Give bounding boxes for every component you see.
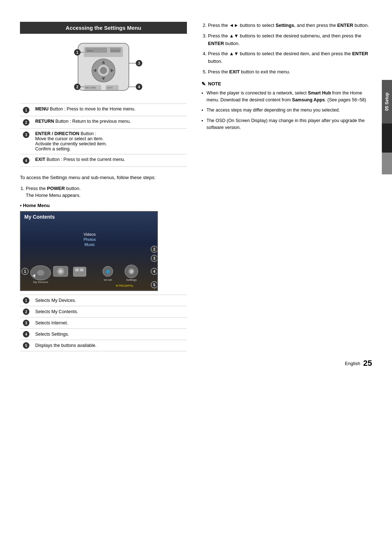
button-table: 1 MENU Button : Press to move to the Hom… <box>20 104 187 167</box>
table-row: 3 ENTER / DIRECTION Button : Move the cu… <box>20 129 187 154</box>
svg-text:Int  net: Int net <box>104 278 112 282</box>
steps-list: Press the POWER button. The Home Menu ap… <box>26 185 187 199</box>
section-title: Accessing the Settings Menu <box>20 22 187 34</box>
svg-text:Settings: Settings <box>126 278 137 282</box>
svg-rect-40 <box>80 268 83 271</box>
right-steps: Press the ◄► buttons to select Settings,… <box>201 22 372 76</box>
note-section: ✎ NOTE When the player is connected to a… <box>201 81 372 131</box>
svg-text:5: 5 <box>153 283 155 287</box>
btn-desc-2: RETURN Button : Return to the previous m… <box>32 116 187 129</box>
note-bullet-3: The OSD (On Screen Display) may change i… <box>201 117 372 131</box>
svg-text:Music: Music <box>85 242 95 247</box>
svg-text:3: 3 <box>153 256 155 260</box>
svg-text:4: 4 <box>153 270 155 274</box>
btn-num-1: 1 <box>23 107 29 113</box>
section-title-text: Accessing the Settings Menu <box>66 25 141 31</box>
svg-point-33 <box>37 270 44 276</box>
page-container: 05 Setup Accessing the Settings Menu <box>0 0 392 550</box>
svg-text:My Devices: My Devices <box>33 280 48 284</box>
btn-desc-1: MENU Button : Press to move to the Home … <box>32 104 187 116</box>
note-bullet-1: When the player is connected to a networ… <box>201 90 372 104</box>
step-3: Press the ▲▼ buttons to select the desir… <box>208 32 372 48</box>
home-desc-1: Selects My Devices. <box>32 295 187 306</box>
numbered-steps: Press the ◄► buttons to select Settings,… <box>208 22 372 76</box>
svg-text:Photos: Photos <box>83 237 96 242</box>
note-label: NOTE <box>208 81 221 86</box>
table-row: 3 Selects Internet. <box>20 318 187 329</box>
btn-desc-4: EXIT Button : Press to exit the current … <box>32 154 187 167</box>
side-tab-gray <box>382 153 392 174</box>
section-label: Setup <box>384 93 389 105</box>
table-row: 4 EXIT Button : Press to exit the curren… <box>20 154 187 167</box>
home-num-4: 4 <box>23 331 29 337</box>
step-5: Press the EXIT button to exit the menu. <box>208 68 372 76</box>
svg-text:⚙: ⚙ <box>130 270 133 274</box>
svg-text:2: 2 <box>153 247 155 251</box>
table-row: 5 Displays the buttons available. <box>20 340 187 351</box>
step-4: Press the ▲▼ buttons to select the desir… <box>208 50 372 65</box>
side-tab-dark <box>382 124 392 153</box>
home-desc-3: Selects Internet. <box>32 318 187 329</box>
table-row: 1 Selects My Devices. <box>20 295 187 306</box>
home-desc-2: Selects My Contents. <box>32 306 187 318</box>
remote-svg: Menu COLS.6 <box>49 40 158 98</box>
note-bullet-2: The access steps may differ depending on… <box>201 107 372 114</box>
home-menu-illustration: My Contents Videos Photos Music My Devic… <box>20 211 158 291</box>
note-title: ✎ NOTE <box>201 81 372 87</box>
right-column: Press the ◄► buttons to select Settings,… <box>198 22 372 351</box>
steps-intro: To access the Settings menu and sub-menu… <box>20 174 187 181</box>
svg-point-8 <box>100 67 107 74</box>
svg-text:1: 1 <box>76 50 78 54</box>
note-icon: ✎ <box>201 81 206 87</box>
step-2: Press the ◄► buttons to select Settings,… <box>208 22 372 29</box>
table-row: 4 Selects Settings. <box>20 329 187 340</box>
home-table: 1 Selects My Devices. 2 Selects My Conte… <box>20 295 187 351</box>
home-num-3: 3 <box>23 320 29 326</box>
content-area: Accessing the Settings Menu Menu COLS.6 <box>0 22 392 351</box>
table-row: 2 RETURN Button : Return to the previous… <box>20 116 187 129</box>
note-bullets: When the player is connected to a networ… <box>201 90 372 131</box>
svg-text:🌐: 🌐 <box>106 270 110 274</box>
step-1: Press the POWER button. The Home Menu ap… <box>26 185 187 199</box>
page-footer: English 25 <box>0 351 392 372</box>
remote-illustration: Menu COLS.6 <box>49 40 158 98</box>
home-menu-label: • Home Menu <box>20 202 187 209</box>
btn-num-4: 4 <box>23 157 29 164</box>
svg-rect-38 <box>73 267 86 276</box>
svg-text:EXIT: EXIT <box>107 86 113 89</box>
table-row: 1 MENU Button : Press to move to the Hom… <box>20 104 187 116</box>
home-desc-4: Selects Settings. <box>32 329 187 340</box>
svg-rect-39 <box>75 268 79 271</box>
side-tab: 05 Setup <box>382 80 392 124</box>
table-row: 2 Selects My Contents. <box>20 306 187 318</box>
btn-num-3: 3 <box>23 132 29 138</box>
svg-text:1: 1 <box>24 270 26 274</box>
svg-text:2: 2 <box>76 85 78 89</box>
home-menu-title: My Contents <box>21 212 157 222</box>
btn-desc-3: ENTER / DIRECTION Button : Move the curs… <box>32 129 187 154</box>
svg-text:RETURN: RETURN <box>85 86 96 89</box>
btn-num-2: 2 <box>23 119 29 126</box>
svg-text:B PBC(WPS): B PBC(WPS) <box>116 284 133 287</box>
home-desc-5: Displays the buttons available. <box>32 340 187 351</box>
svg-text:Menu: Menu <box>87 49 94 52</box>
svg-text:COLS.6: COLS.6 <box>111 49 120 52</box>
home-num-2: 2 <box>23 308 29 315</box>
home-num-1: 1 <box>23 297 29 304</box>
left-column: Accessing the Settings Menu Menu COLS.6 <box>20 22 187 351</box>
footer-pagenum: 25 <box>363 359 372 368</box>
footer-lang: English <box>345 361 360 366</box>
home-menu-svg: Videos Photos Music My Devices <box>21 222 158 289</box>
svg-text:4: 4 <box>138 85 140 89</box>
svg-point-37 <box>59 270 62 273</box>
svg-text:Videos: Videos <box>83 232 96 236</box>
svg-text:3: 3 <box>138 61 140 65</box>
home-num-5: 5 <box>23 342 29 349</box>
section-num: 05 <box>384 106 389 111</box>
